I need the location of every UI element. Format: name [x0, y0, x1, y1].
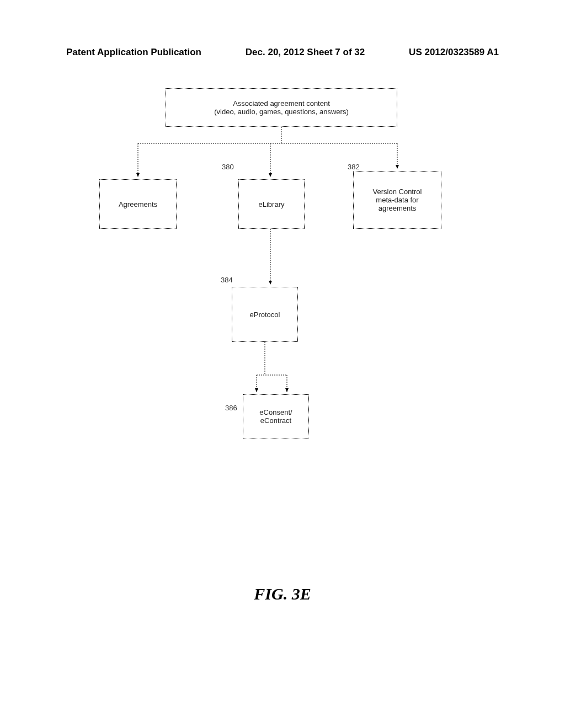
- box-associated-content: Associated agreement content (video, aud…: [166, 88, 397, 127]
- ref-label-382: 382: [348, 163, 360, 171]
- box-agreements: Agreements: [99, 179, 177, 229]
- ref-label-384: 384: [221, 276, 233, 284]
- header-center: Dec. 20, 2012 Sheet 7 of 32: [246, 47, 365, 58]
- patent-header: Patent Application Publication Dec. 20, …: [0, 47, 565, 58]
- box-version-line1: Version Control: [373, 188, 422, 196]
- header-left: Patent Application Publication: [66, 47, 201, 58]
- box-top-line1: Associated agreement content: [233, 99, 330, 108]
- box-elibrary-label: eLibrary: [259, 200, 285, 208]
- box-version-line2: meta-data for: [376, 196, 418, 204]
- box-eprotocol: eProtocol: [232, 287, 298, 342]
- box-elibrary: eLibrary: [238, 179, 305, 229]
- flowchart-diagram: Associated agreement content (video, aud…: [0, 77, 565, 463]
- box-agreements-label: Agreements: [119, 200, 157, 208]
- box-econsent-line2: eContract: [260, 416, 291, 425]
- box-econsent-line1: eConsent/: [259, 408, 292, 416]
- box-version-line3: agreements: [379, 204, 417, 212]
- box-eprotocol-label: eProtocol: [250, 311, 280, 319]
- box-version-control: Version Control meta-data for agreements: [353, 171, 441, 229]
- ref-label-380: 380: [222, 163, 234, 171]
- ref-label-386: 386: [225, 404, 237, 412]
- box-econsent: eConsent/ eContract: [243, 394, 309, 438]
- header-right: US 2012/0323589 A1: [409, 47, 499, 58]
- figure-caption: FIG. 3E: [0, 585, 565, 603]
- box-top-line2: (video, audio, games, questions, answers…: [214, 108, 349, 116]
